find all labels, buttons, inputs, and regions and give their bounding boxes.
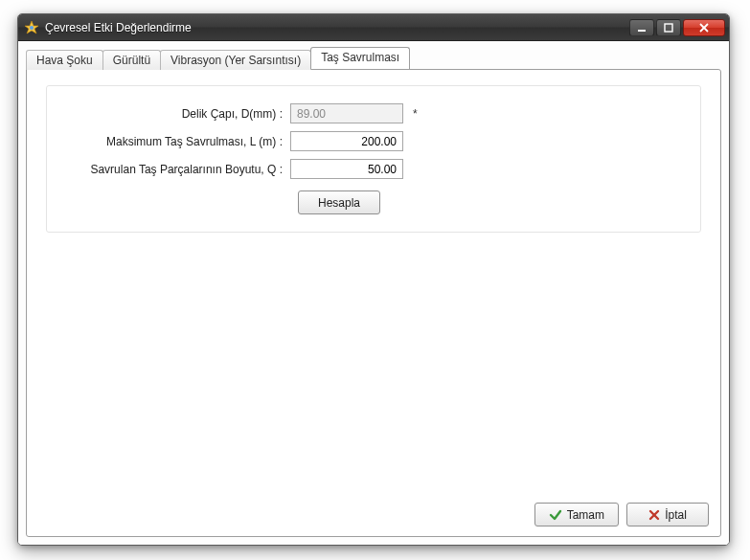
- window-title: Çevresel Etki Değerlendirme: [45, 21, 627, 34]
- tab-tas-savrulmasi[interactable]: Taş Savrulması: [310, 47, 410, 69]
- cancel-label: İptal: [665, 508, 687, 522]
- minimize-button[interactable]: [629, 19, 654, 36]
- svg-line-4: [700, 24, 708, 32]
- cancel-button[interactable]: İptal: [626, 503, 709, 526]
- dialog-window: Çevresel Etki Değerlendirme Hava Şo: [17, 13, 730, 546]
- maximize-button[interactable]: [656, 19, 681, 36]
- svg-point-1: [30, 26, 34, 30]
- titlebar: Çevresel Etki Değerlendirme: [18, 14, 729, 41]
- dialog-footer: Tamam İptal: [534, 503, 709, 526]
- input-max-flyrock[interactable]: [290, 131, 403, 151]
- row-max-flyrock: Maksimum Taş Savrulması, L (m) :: [70, 131, 677, 151]
- canvas: Çevresel Etki Değerlendirme Hava Şo: [0, 0, 750, 560]
- tab-page: Delik Çapı, D(mm) : * Maksimum Taş Savru…: [26, 69, 721, 537]
- window-controls: [627, 19, 725, 36]
- form-panel: Delik Çapı, D(mm) : * Maksimum Taş Savru…: [46, 85, 701, 233]
- tab-hava-soku[interactable]: Hava Şoku: [26, 50, 103, 70]
- svg-rect-2: [638, 30, 646, 32]
- input-hole-diameter: [290, 103, 403, 123]
- tab-strip: Hava Şoku Gürültü Vibrasyon (Yer Sarsınt…: [26, 47, 721, 69]
- svg-line-5: [700, 24, 708, 32]
- label-hole-diameter: Delik Çapı, D(mm) :: [70, 107, 290, 121]
- tab-vibrasyon[interactable]: Vibrasyon (Yer Sarsıntısı): [160, 50, 311, 70]
- svg-rect-3: [665, 24, 672, 32]
- required-mark: *: [413, 107, 420, 121]
- check-icon: [549, 508, 562, 522]
- cross-icon: [648, 509, 660, 521]
- calculate-button[interactable]: Hesapla: [298, 190, 380, 214]
- ok-label: Tamam: [567, 508, 604, 522]
- row-fragment-size: Savrulan Taş Parçalarının Boyutu, Q :: [70, 159, 677, 179]
- ok-button[interactable]: Tamam: [534, 503, 619, 526]
- tab-gurultu[interactable]: Gürültü: [102, 50, 161, 70]
- client-area: Hava Şoku Gürültü Vibrasyon (Yer Sarsınt…: [18, 41, 729, 545]
- close-button[interactable]: [683, 19, 725, 36]
- row-hole-diameter: Delik Çapı, D(mm) : *: [70, 103, 677, 123]
- input-fragment-size[interactable]: [290, 159, 403, 179]
- star-icon: [24, 20, 39, 35]
- calc-row: Hesapla: [70, 190, 677, 214]
- label-max-flyrock: Maksimum Taş Savrulması, L (m) :: [70, 135, 290, 148]
- label-fragment-size: Savrulan Taş Parçalarının Boyutu, Q :: [70, 163, 290, 176]
